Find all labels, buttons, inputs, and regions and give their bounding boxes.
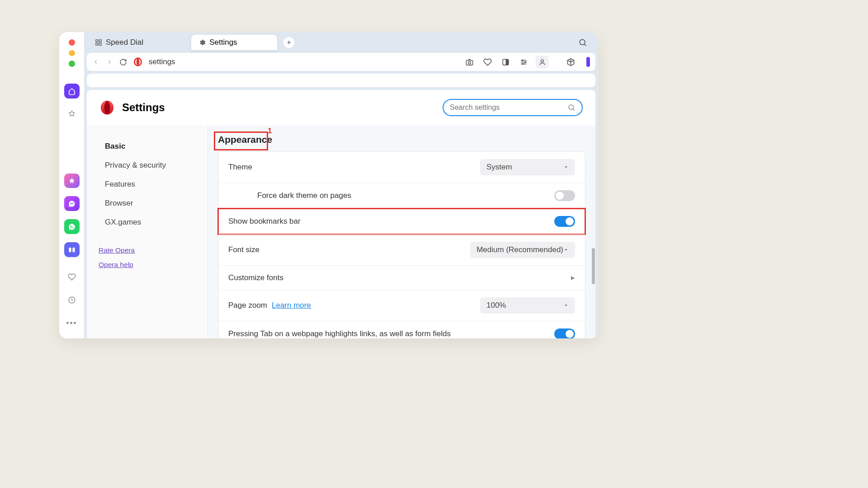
tab-strip: Speed Dial Settings + xyxy=(84,32,598,53)
opera-url-icon xyxy=(133,57,142,66)
row-theme: Theme System xyxy=(218,152,585,183)
annotation-label-1: 1 xyxy=(268,127,272,136)
page-zoom-dropdown[interactable]: 100% xyxy=(480,297,575,314)
sidebar-more-button[interactable]: ••• xyxy=(64,316,80,331)
new-tab-button[interactable]: + xyxy=(283,37,294,48)
settings-content: Appearance 1 Theme System xyxy=(208,125,595,338)
browser-window: ••• Speed Dial Settings + xyxy=(59,32,598,338)
learn-more-link[interactable]: Learn more xyxy=(272,301,311,310)
customize-fonts-label: Customize fonts xyxy=(228,273,283,282)
force-dark-toggle[interactable] xyxy=(554,190,575,201)
row-customize-fonts[interactable]: Customize fonts ▸ xyxy=(218,265,585,290)
svg-point-19 xyxy=(569,105,574,110)
page-title: Settings xyxy=(122,101,165,114)
row-page-zoom: Page zoom Learn more 100% xyxy=(218,290,585,321)
page-zoom-value: 100% xyxy=(486,301,506,310)
snapshot-button[interactable] xyxy=(463,58,475,66)
nav-features[interactable]: Features xyxy=(87,175,208,194)
svg-point-12 xyxy=(522,60,523,61)
sidebar-aria-button[interactable] xyxy=(64,174,80,188)
row-font-size: Font size Medium (Recommended) xyxy=(218,234,585,265)
svg-rect-4 xyxy=(99,43,101,45)
svg-rect-3 xyxy=(96,43,98,45)
svg-rect-11 xyxy=(505,59,508,65)
heart-button[interactable] xyxy=(481,58,493,66)
svg-point-7 xyxy=(137,59,140,66)
sidebar-home-button[interactable] xyxy=(64,84,80,99)
appearance-title: Appearance xyxy=(218,134,272,145)
rate-opera-link[interactable]: Rate Opera xyxy=(99,246,208,254)
theme-value: System xyxy=(486,163,512,172)
shield-button[interactable] xyxy=(500,58,511,66)
appearance-group: Theme System Force dark theme on pages xyxy=(218,151,585,338)
workspace-sidebar: ••• xyxy=(59,32,84,338)
back-button[interactable] xyxy=(92,58,99,66)
forward-button[interactable] xyxy=(106,58,113,66)
easy-setup-button[interactable] xyxy=(518,58,529,66)
tab-highlight-toggle[interactable] xyxy=(554,328,575,338)
extensions-button[interactable] xyxy=(565,58,576,66)
row-force-dark: Force dark theme on pages xyxy=(218,183,585,208)
grid-icon xyxy=(95,39,102,46)
font-size-dropdown[interactable]: Medium (Recommended) xyxy=(470,242,575,258)
row-bookmarks-bar: Show bookmarks bar 2 xyxy=(218,208,585,234)
sidebar-pinboards-button[interactable] xyxy=(64,107,80,122)
tab-speed-dial[interactable]: Speed Dial xyxy=(90,36,148,49)
chevron-down-icon xyxy=(563,247,569,253)
svg-rect-1 xyxy=(96,40,98,42)
reload-button[interactable] xyxy=(119,58,127,66)
svg-point-15 xyxy=(541,59,543,62)
nav-basic[interactable]: Basic xyxy=(87,137,208,156)
row-tab-highlight: Pressing Tab on a webpage highlights lin… xyxy=(218,321,585,338)
bookmarks-bar xyxy=(87,74,595,87)
chevron-right-icon: ▸ xyxy=(571,273,575,282)
svg-point-9 xyxy=(468,61,471,64)
tab-settings[interactable]: Settings xyxy=(191,35,277,50)
tab-search-button[interactable] xyxy=(578,38,587,47)
sidebar-whatsapp-button[interactable] xyxy=(64,219,80,234)
theme-label: Theme xyxy=(228,163,252,172)
sidebar-heart-button[interactable] xyxy=(64,270,80,285)
settings-sidebar: Basic Privacy & security Features Browse… xyxy=(87,125,208,338)
opera-help-link[interactable]: Opera help xyxy=(99,261,208,269)
address-text[interactable]: settings xyxy=(149,57,175,66)
force-dark-label: Force dark theme on pages xyxy=(257,191,351,200)
nav-privacy[interactable]: Privacy & security xyxy=(87,156,208,175)
tab-speed-dial-label: Speed Dial xyxy=(106,38,143,47)
gear-icon xyxy=(198,39,206,46)
window-minimize-button[interactable] xyxy=(69,50,75,56)
bookmarks-bar-toggle[interactable] xyxy=(554,216,575,227)
bookmarks-bar-label: Show bookmarks bar xyxy=(228,217,301,226)
tab-highlight-label: Pressing Tab on a webpage highlights lin… xyxy=(228,329,451,338)
sidebar-messenger-button[interactable] xyxy=(64,196,80,211)
theme-dropdown[interactable]: System xyxy=(480,159,575,175)
search-icon xyxy=(567,103,576,112)
search-settings-input[interactable] xyxy=(450,103,564,112)
svg-rect-8 xyxy=(466,60,472,65)
window-close-button[interactable] xyxy=(69,39,75,46)
svg-point-13 xyxy=(524,61,525,62)
sidebar-player-button[interactable] xyxy=(64,242,80,257)
window-maximize-button[interactable] xyxy=(69,61,75,67)
sidebar-toggle[interactable] xyxy=(586,57,590,67)
font-size-value: Medium (Recommended) xyxy=(476,245,563,254)
settings-page: Settings Basic Privacy & security Featur… xyxy=(87,90,595,338)
svg-point-14 xyxy=(522,63,523,64)
nav-browser[interactable]: Browser xyxy=(87,194,208,213)
nav-gxgames[interactable]: GX.games xyxy=(87,213,208,232)
opera-logo-icon xyxy=(99,100,115,115)
profile-button[interactable] xyxy=(536,56,548,68)
page-zoom-label: Page zoom xyxy=(228,301,267,310)
svg-point-5 xyxy=(580,39,585,45)
tab-settings-label: Settings xyxy=(209,38,237,47)
font-size-label: Font size xyxy=(228,245,259,254)
svg-rect-2 xyxy=(99,40,101,42)
chevron-down-icon xyxy=(563,164,569,170)
scrollbar[interactable] xyxy=(592,248,595,284)
sidebar-history-button[interactable] xyxy=(64,293,80,308)
chevron-down-icon xyxy=(563,303,569,308)
search-settings-field[interactable] xyxy=(443,99,583,116)
address-bar: settings xyxy=(87,53,595,71)
